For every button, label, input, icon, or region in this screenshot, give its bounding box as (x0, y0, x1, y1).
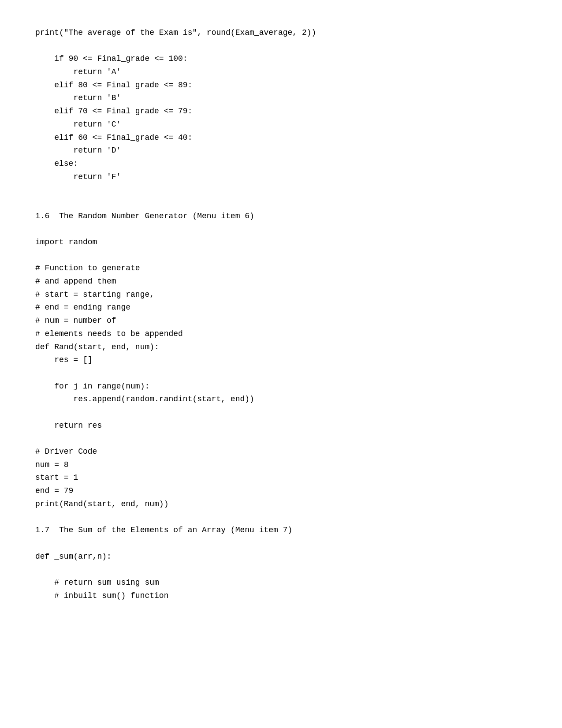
code-content: print("The average of the Exam is", roun… (35, 26, 527, 602)
